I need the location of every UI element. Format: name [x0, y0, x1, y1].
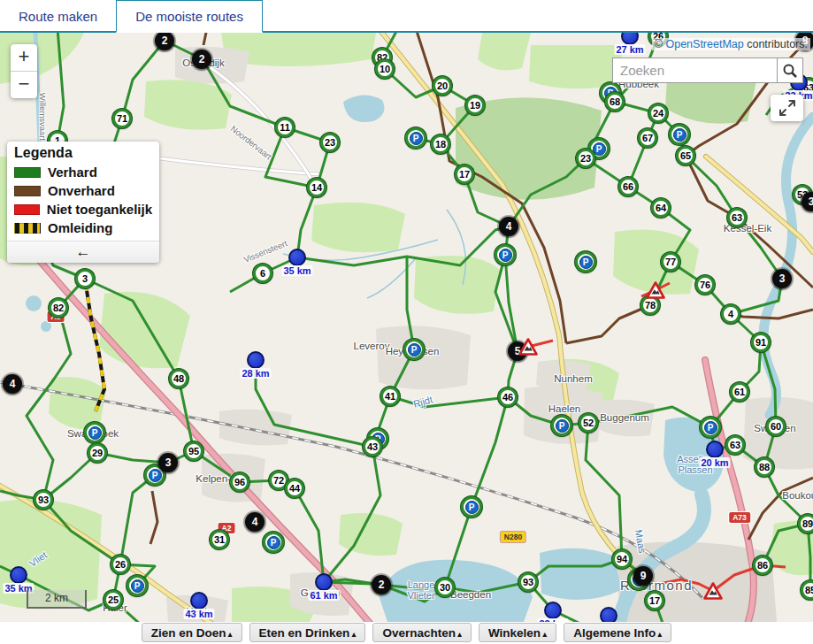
search-button[interactable]: [777, 58, 803, 83]
junction-marker[interactable]: 19: [465, 96, 485, 115]
junction-marker[interactable]: 29: [88, 443, 107, 463]
junction-marker[interactable]: 52: [579, 413, 598, 433]
route-number-marker[interactable]: 4: [499, 217, 518, 236]
scale-bar: 2 km: [27, 590, 87, 609]
route-number-marker[interactable]: 9: [633, 566, 653, 586]
distance-marker[interactable]: 35 km: [288, 249, 306, 266]
junction-marker[interactable]: 94: [612, 549, 632, 569]
parking-marker[interactable]: P: [551, 415, 572, 436]
search-input[interactable]: [612, 58, 777, 83]
parking-marker[interactable]: P: [263, 532, 284, 553]
junction-marker[interactable]: 96: [230, 472, 249, 492]
map-viewport[interactable]: OspeldijkHubbeekKessel-EikLeveroyHeythuy…: [0, 33, 813, 622]
parking-marker[interactable]: P: [405, 127, 426, 149]
junction-marker[interactable]: 43: [363, 437, 382, 456]
junction-marker[interactable]: 18: [431, 134, 450, 154]
junction-marker[interactable]: 25: [104, 590, 123, 610]
route-number-marker[interactable]: 2: [372, 575, 391, 594]
junction-marker[interactable]: 41: [380, 387, 400, 406]
route-number-marker[interactable]: 2: [192, 50, 211, 69]
parking-marker[interactable]: P: [403, 339, 425, 360]
junction-marker[interactable]: 67: [638, 128, 657, 148]
junction-marker[interactable]: 11: [275, 118, 295, 137]
fullscreen-icon: [778, 98, 797, 118]
distance-marker[interactable]: 28 km: [247, 351, 265, 369]
junction-marker[interactable]: 76: [695, 275, 715, 295]
distance-marker[interactable]: [600, 607, 617, 622]
route-number-marker[interactable]: 4: [245, 512, 265, 532]
junction-marker[interactable]: 3: [75, 269, 95, 288]
junction-marker[interactable]: 10: [375, 59, 395, 79]
parking-marker[interactable]: P: [669, 124, 690, 145]
legend-items: VerhardOnverhardNiet toegankelijkOmleidi…: [7, 165, 159, 235]
route-number-marker[interactable]: 4: [3, 374, 22, 394]
distance-marker[interactable]: 43 km: [190, 592, 208, 610]
junction-marker[interactable]: 60: [766, 417, 786, 436]
parking-icon: P: [465, 501, 479, 514]
junction-marker[interactable]: 23: [320, 133, 340, 152]
distance-marker[interactable]: 61 km: [315, 573, 333, 591]
junction-marker[interactable]: 93: [34, 490, 53, 510]
menu-button-eten-en-drinken[interactable]: Eten en Drinken▴: [249, 623, 366, 642]
junction-marker[interactable]: 61: [730, 382, 749, 402]
menu-button-overnachten[interactable]: Overnachten▴: [372, 623, 472, 642]
parking-marker[interactable]: P: [495, 244, 516, 265]
zoom-in-button[interactable]: +: [11, 44, 37, 72]
junction-marker[interactable]: 63: [725, 435, 745, 455]
distance-marker[interactable]: 35 km: [10, 566, 27, 584]
menu-button-winkelen[interactable]: Winkelen▴: [479, 623, 556, 642]
distance-marker[interactable]: 20 km: [706, 441, 724, 458]
junction-marker[interactable]: 91: [751, 333, 771, 352]
junction-marker[interactable]: 65: [676, 146, 695, 165]
junction-marker[interactable]: 17: [645, 591, 664, 610]
parking-icon: P: [556, 419, 569, 433]
distance-marker[interactable]: 22 km: [544, 602, 562, 619]
junction-marker[interactable]: 93: [518, 572, 538, 592]
warning-marker[interactable]: [518, 338, 538, 356]
junction-marker[interactable]: 4: [721, 304, 740, 324]
junction-marker[interactable]: 89: [798, 514, 813, 533]
parking-marker[interactable]: P: [127, 575, 148, 596]
route-number-marker[interactable]: 3: [158, 453, 178, 472]
osm-link[interactable]: OpenStreetMap: [665, 38, 743, 50]
junction-marker[interactable]: 77: [661, 252, 680, 272]
junction-marker[interactable]: 26: [111, 555, 130, 574]
junction-marker[interactable]: 82: [49, 298, 68, 318]
warning-marker[interactable]: [703, 582, 723, 600]
junction-marker[interactable]: 71: [112, 109, 132, 128]
junction-marker[interactable]: 86: [753, 556, 772, 575]
junction-marker[interactable]: 88: [755, 457, 774, 477]
tab-2[interactable]: De mooiste routes: [116, 0, 263, 33]
parking-marker[interactable]: P: [700, 417, 721, 438]
junction-marker[interactable]: 31: [210, 530, 229, 549]
parking-marker[interactable]: P: [461, 496, 482, 518]
legend-collapse-button[interactable]: ←: [7, 241, 159, 263]
junction-marker[interactable]: 64: [651, 198, 671, 218]
chevron-up-icon: ▴: [657, 629, 662, 639]
warning-marker[interactable]: [646, 281, 665, 299]
junction-marker[interactable]: 68: [605, 92, 625, 111]
junction-marker[interactable]: 6: [253, 264, 272, 283]
tab-1[interactable]: Route maken: [0, 1, 116, 31]
legend-item: Verhard: [14, 165, 152, 180]
parking-marker[interactable]: P: [84, 422, 105, 443]
junction-marker[interactable]: 20: [433, 76, 452, 96]
junction-marker[interactable]: 24: [648, 104, 668, 123]
junction-marker[interactable]: 44: [285, 479, 304, 498]
menu-button-zien-en-doen[interactable]: Zien en Doen▴: [142, 623, 242, 642]
junction-marker[interactable]: 63: [727, 208, 747, 227]
junction-marker[interactable]: 23: [576, 149, 595, 168]
junction-marker[interactable]: 14: [307, 178, 326, 197]
junction-marker[interactable]: 17: [455, 165, 474, 184]
route-number-marker[interactable]: 3: [772, 269, 792, 288]
zoom-out-button[interactable]: −: [11, 72, 37, 98]
fullscreen-button[interactable]: [771, 95, 803, 121]
junction-marker[interactable]: 66: [618, 177, 638, 196]
junction-marker[interactable]: 46: [498, 387, 518, 407]
junction-marker[interactable]: 30: [435, 578, 455, 597]
menu-button-algemene-info[interactable]: Algemene Info▴: [564, 623, 671, 642]
distance-marker[interactable]: 27 km: [621, 33, 639, 45]
junction-marker[interactable]: 48: [169, 369, 188, 388]
parking-marker[interactable]: P: [575, 251, 596, 272]
junction-marker[interactable]: 95: [184, 441, 203, 461]
